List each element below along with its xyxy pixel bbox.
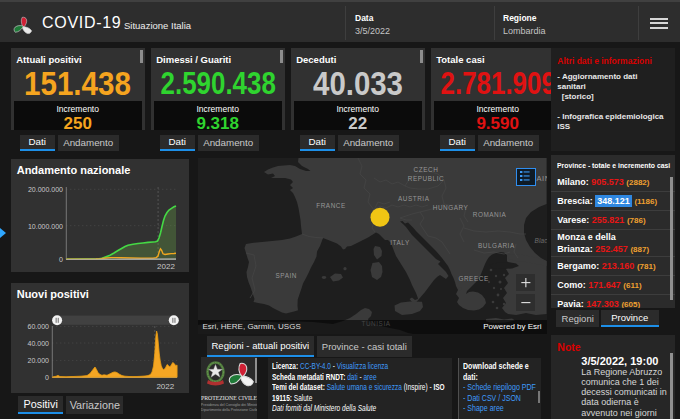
svg-text:2022: 2022 bbox=[156, 382, 174, 391]
svg-text:GREECE: GREECE bbox=[458, 274, 488, 281]
svg-text:HUNGARY: HUNGARY bbox=[433, 203, 469, 210]
svg-text:0: 0 bbox=[45, 374, 49, 381]
svg-text:60.000: 60.000 bbox=[27, 323, 49, 330]
svg-text:10.000.000: 10.000.000 bbox=[28, 222, 63, 229]
svg-text:CZECH: CZECH bbox=[414, 165, 439, 172]
svg-text:AINE: AINE bbox=[537, 174, 547, 183]
svg-text:Black Sea: Black Sea bbox=[535, 237, 547, 244]
svg-text:ITALY: ITALY bbox=[390, 238, 410, 245]
svg-text:REPUBLIC: REPUBLIC bbox=[408, 174, 444, 181]
svg-text:20.000.000: 20.000.000 bbox=[28, 186, 63, 193]
svg-text:BULGARIA: BULGARIA bbox=[478, 241, 515, 248]
svg-text:FRANCE: FRANCE bbox=[316, 201, 346, 208]
svg-text:AUSTRIA: AUSTRIA bbox=[398, 194, 430, 201]
svg-text:40.000: 40.000 bbox=[27, 340, 49, 347]
svg-text:0: 0 bbox=[59, 256, 63, 263]
svg-text:ROMANIA: ROMANIA bbox=[473, 211, 507, 218]
svg-text:20.000: 20.000 bbox=[27, 357, 49, 364]
svg-text:2022: 2022 bbox=[157, 262, 175, 271]
svg-text:SPAIN: SPAIN bbox=[276, 271, 297, 278]
